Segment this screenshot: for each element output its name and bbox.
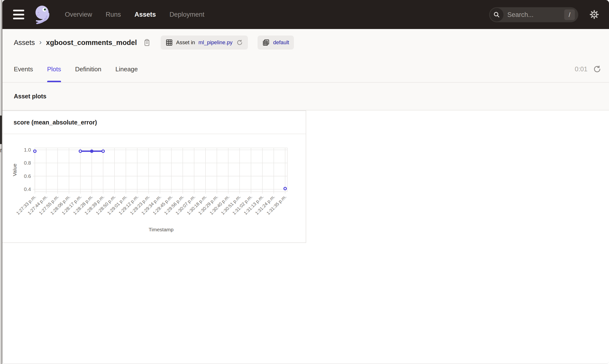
background-window-text-fragment: r bbox=[0, 146, 2, 155]
app-window: OverviewRunsAssetsDeployment Search... / bbox=[2, 0, 609, 364]
tabs-row: EventsPlotsDefinitionLineage 0:01 bbox=[2, 56, 609, 83]
background-window-sliver: r bbox=[0, 0, 2, 364]
data-point[interactable] bbox=[34, 150, 36, 152]
plot-card-header: score (mean_absolute_error) bbox=[2, 111, 306, 134]
line-chart: 1:27:33 p.m.1:27:44 p.m.1:27:55 p.m.1:28… bbox=[2, 135, 306, 243]
section-heading: Asset plots bbox=[14, 93, 46, 100]
top-navigation-bar: OverviewRunsAssetsDeployment Search... / bbox=[2, 0, 609, 29]
y-tick-label: 0.6 bbox=[24, 173, 31, 179]
search-input[interactable]: Search... / bbox=[489, 7, 578, 22]
tab-lineage[interactable]: Lineage bbox=[115, 56, 138, 82]
data-point[interactable] bbox=[90, 149, 93, 153]
breadcrumb-assets-link[interactable]: Assets bbox=[14, 39, 35, 47]
refresh-icon[interactable] bbox=[593, 65, 601, 74]
plot-border bbox=[35, 148, 287, 192]
search-icon bbox=[490, 8, 503, 22]
dagster-octopus-logo[interactable] bbox=[31, 4, 52, 25]
tag-link-default[interactable]: default bbox=[273, 39, 289, 46]
background-window-dark-region bbox=[0, 116, 2, 144]
data-point[interactable] bbox=[284, 187, 286, 190]
asset-plots-band: Asset plots bbox=[2, 83, 609, 110]
x-axis-title: Timestamp bbox=[149, 227, 174, 232]
tag-link-ml_pipeline.py[interactable]: ml_pipeline.py bbox=[198, 39, 233, 46]
y-axis-title: Value bbox=[12, 164, 17, 176]
nav-item-runs[interactable]: Runs bbox=[106, 11, 121, 18]
search-placeholder: Search... bbox=[507, 11, 564, 19]
tag-prefix-text: Asset in bbox=[176, 39, 195, 46]
breadcrumb: Assets › xgboost_comments_model bbox=[14, 39, 151, 47]
asset-tag-ml_pipeline.py[interactable]: Asset in ml_pipeline.py bbox=[161, 36, 248, 50]
table-grid-icon bbox=[166, 39, 173, 46]
hamburger-icon[interactable] bbox=[13, 10, 24, 19]
auto-refresh: 0:01 bbox=[575, 56, 601, 82]
tab-definition[interactable]: Definition bbox=[75, 56, 101, 82]
copy-icon[interactable] bbox=[143, 39, 151, 47]
asset-name-title: xgboost_comments_model bbox=[46, 39, 137, 47]
y-tick-label: 0.4 bbox=[24, 186, 31, 192]
asset-header-row: Assets › xgboost_comments_model Asset in… bbox=[2, 29, 609, 56]
nav-item-deployment[interactable]: Deployment bbox=[169, 11, 204, 18]
table-stack-icon bbox=[262, 39, 270, 46]
screen: r OverviewRunsAssetsDeployment bbox=[0, 0, 609, 364]
tab-bar: EventsPlotsDefinitionLineage bbox=[14, 56, 138, 82]
y-tick-label: 1.0 bbox=[24, 147, 31, 153]
plot-card: score (mean_absolute_error) 1:27:33 p.m.… bbox=[2, 110, 306, 243]
data-point[interactable] bbox=[79, 150, 82, 152]
refresh-countdown: 0:01 bbox=[575, 65, 587, 73]
nav-item-assets[interactable]: Assets bbox=[135, 11, 156, 18]
tab-events[interactable]: Events bbox=[14, 56, 33, 82]
breadcrumb-separator: › bbox=[39, 38, 42, 46]
gear-icon[interactable] bbox=[589, 9, 600, 20]
tab-plots[interactable]: Plots bbox=[47, 56, 61, 82]
data-point[interactable] bbox=[102, 150, 104, 152]
plot-title: score (mean_absolute_error) bbox=[14, 119, 97, 126]
primary-nav: OverviewRunsAssetsDeployment bbox=[65, 11, 204, 18]
nav-item-overview[interactable]: Overview bbox=[65, 11, 92, 18]
reload-code-location-icon[interactable] bbox=[236, 39, 243, 46]
content-area: score (mean_absolute_error) 1:27:33 p.m.… bbox=[2, 110, 609, 364]
asset-tags: Asset in ml_pipeline.pydefault bbox=[161, 36, 294, 50]
asset-tag-default[interactable]: default bbox=[258, 36, 294, 50]
search-shortcut-key: / bbox=[564, 9, 575, 20]
y-tick-label: 0.8 bbox=[24, 160, 31, 166]
